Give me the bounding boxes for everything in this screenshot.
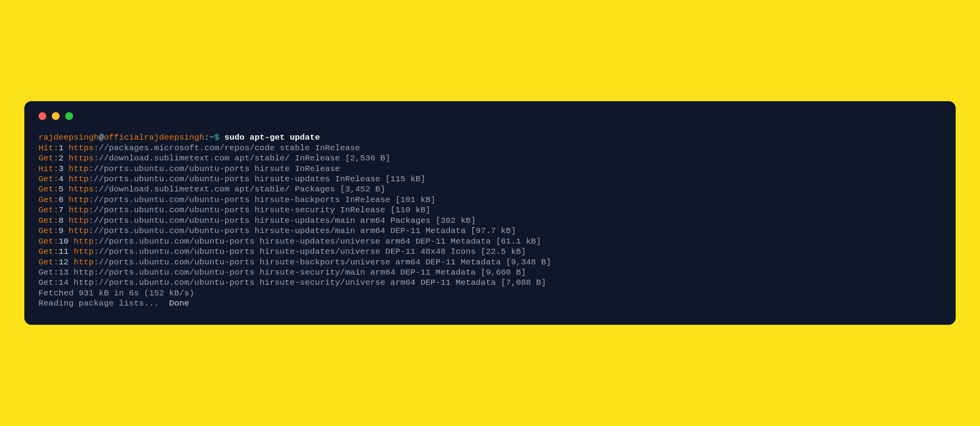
output-action: Get:	[38, 226, 59, 235]
output-index: 11	[59, 247, 73, 256]
output-action: Get:	[38, 195, 59, 204]
output-plain: Get:13 http://ports.ubuntu.com/ubuntu-po…	[38, 268, 526, 277]
output-scheme: http	[69, 216, 89, 225]
output-scheme: http	[69, 175, 89, 184]
output-index: 10	[59, 237, 73, 246]
output-action: Get:	[38, 237, 59, 246]
maximize-icon[interactable]	[65, 112, 73, 120]
terminal-window: rajdeepsingh@officialrajdeepsingh:~$ sud…	[24, 101, 956, 325]
output-scheme: http	[74, 237, 94, 246]
output-rest: ://ports.ubuntu.com/ubuntu-ports hirsute…	[89, 226, 516, 235]
output-line: Hit:1 https://packages.microsoft.com/rep…	[38, 143, 942, 153]
output-rest: ://ports.ubuntu.com/ubuntu-ports hirsute…	[89, 164, 340, 173]
output-index: 12	[59, 258, 73, 267]
prompt-command: sudo apt-get update	[225, 133, 320, 142]
output-scheme: http	[74, 258, 94, 267]
output-rest: ://download.sublimetext.com apt/stable/ …	[94, 185, 386, 194]
window-titlebar	[38, 112, 942, 120]
output-action: Get:	[38, 154, 59, 163]
output-action: Get:	[38, 185, 59, 194]
output-index: 3	[59, 164, 69, 173]
output-line: Get:9 http://ports.ubuntu.com/ubuntu-por…	[38, 226, 942, 236]
output-line: Get:2 https://download.sublimetext.com a…	[38, 153, 942, 164]
output-index: 1	[59, 144, 69, 153]
reading-line: Reading package lists... Done	[38, 299, 942, 309]
output-line: Get:13 http://ports.ubuntu.com/ubuntu-po…	[38, 268, 942, 278]
prompt-line: rajdeepsingh@officialrajdeepsingh:~$ sud…	[38, 133, 942, 143]
output-line: Get:7 http://ports.ubuntu.com/ubuntu-por…	[38, 205, 942, 215]
output-scheme: https	[69, 154, 94, 163]
output-rest: ://packages.microsoft.com/repos/code sta…	[94, 144, 360, 153]
output-scheme: http	[69, 164, 89, 173]
output-scheme: http	[69, 226, 89, 235]
prompt-at: @	[99, 133, 104, 142]
reading-prefix: Reading package lists...	[38, 299, 169, 308]
output-action: Hit:	[38, 144, 59, 153]
reading-done: Done	[169, 299, 189, 308]
output-action: Get:	[38, 258, 59, 267]
output-line: Get:12 http://ports.ubuntu.com/ubuntu-po…	[38, 257, 942, 268]
output-scheme: http	[74, 247, 94, 256]
output-plain: Get:14 http://ports.ubuntu.com/ubuntu-po…	[38, 278, 546, 287]
output-scheme: https	[69, 185, 94, 194]
output-line: Get:11 http://ports.ubuntu.com/ubuntu-po…	[38, 247, 942, 257]
output-scheme: http	[69, 195, 89, 204]
prompt-dollar: $	[214, 133, 219, 142]
output-action: Hit:	[38, 164, 59, 173]
output-rest: ://ports.ubuntu.com/ubuntu-ports hirsute…	[89, 175, 426, 184]
output-rest: ://ports.ubuntu.com/ubuntu-ports hirsute…	[94, 237, 541, 246]
output-scheme: https	[69, 144, 94, 153]
output-rest: ://ports.ubuntu.com/ubuntu-ports hirsute…	[89, 195, 435, 204]
output-index: 2	[59, 154, 69, 163]
output-line: Get:14 http://ports.ubuntu.com/ubuntu-po…	[38, 278, 942, 288]
output-rest: ://ports.ubuntu.com/ubuntu-ports hirsute…	[89, 216, 476, 225]
output-action: Get:	[38, 216, 59, 225]
output-index: 4	[59, 175, 69, 184]
output-index: 9	[59, 226, 69, 235]
output-rest: ://ports.ubuntu.com/ubuntu-ports hirsute…	[94, 258, 551, 267]
output-scheme: http	[69, 206, 89, 215]
close-icon[interactable]	[38, 112, 46, 120]
fetched-line: Fetched 931 kB in 6s (152 kB/s)	[38, 288, 942, 299]
output-rest: ://download.sublimetext.com apt/stable/ …	[94, 154, 390, 163]
prompt-host: officialrajdeepsingh	[104, 133, 204, 142]
output-index: 5	[59, 185, 69, 194]
prompt-path: :~	[204, 133, 214, 142]
output-line: Get:10 http://ports.ubuntu.com/ubuntu-po…	[38, 237, 942, 247]
output-index: 6	[59, 195, 69, 204]
output-line: Get:6 http://ports.ubuntu.com/ubuntu-por…	[38, 195, 942, 205]
prompt-user: rajdeepsingh	[38, 133, 99, 142]
output-rest: ://ports.ubuntu.com/ubuntu-ports hirsute…	[89, 206, 431, 215]
output-line: Get:8 http://ports.ubuntu.com/ubuntu-por…	[38, 216, 942, 226]
minimize-icon[interactable]	[52, 112, 60, 120]
terminal-output: Hit:1 https://packages.microsoft.com/rep…	[38, 143, 942, 288]
output-action: Get:	[38, 175, 59, 184]
output-action: Get:	[38, 206, 59, 215]
output-action: Get:	[38, 247, 59, 256]
output-line: Hit:3 http://ports.ubuntu.com/ubuntu-por…	[38, 164, 942, 174]
output-index: 8	[59, 216, 69, 225]
output-line: Get:4 http://ports.ubuntu.com/ubuntu-por…	[38, 174, 942, 184]
output-line: Get:5 https://download.sublimetext.com a…	[38, 184, 942, 195]
output-index: 7	[59, 206, 69, 215]
output-rest: ://ports.ubuntu.com/ubuntu-ports hirsute…	[94, 247, 526, 256]
